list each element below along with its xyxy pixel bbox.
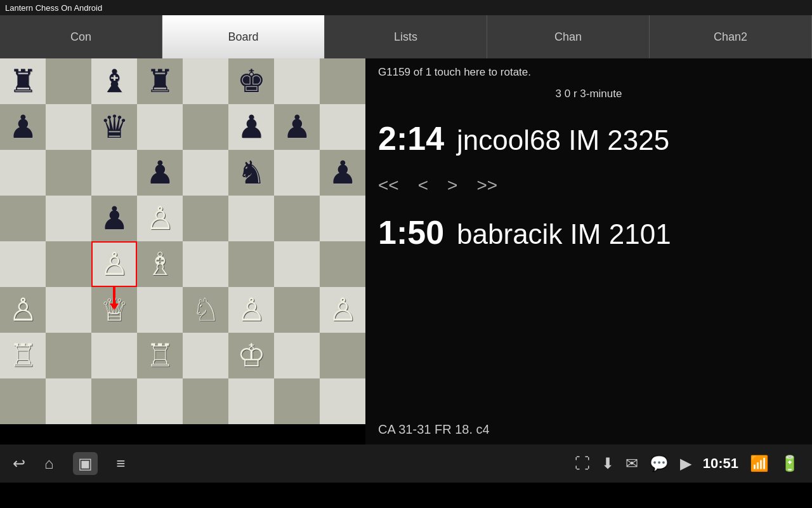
- chess-cell[interactable]: [228, 241, 274, 287]
- chess-cell[interactable]: ♜: [137, 58, 183, 104]
- chess-cell[interactable]: [320, 58, 365, 104]
- chess-cell[interactable]: ♟: [137, 150, 183, 196]
- chess-cell[interactable]: [137, 287, 183, 333]
- chess-cell[interactable]: [46, 58, 91, 104]
- chess-cell[interactable]: [183, 333, 228, 378]
- chess-cell[interactable]: [0, 241, 46, 287]
- bottom-left-icons: ↩ ⌂ ▣ ≡: [13, 452, 126, 475]
- chess-cell[interactable]: ♖: [0, 333, 46, 378]
- chess-cell[interactable]: ♙: [137, 196, 183, 241]
- chess-cell[interactable]: ♙: [91, 241, 137, 287]
- chess-cell[interactable]: [46, 196, 91, 241]
- player1-time: 2:14: [378, 119, 444, 157]
- nav-first[interactable]: <<: [378, 175, 399, 196]
- nav-row: << < > >>: [378, 170, 799, 201]
- chess-cell[interactable]: ♗: [137, 241, 183, 287]
- chess-cell[interactable]: ♚: [228, 58, 274, 104]
- tab-lists[interactable]: Lists: [325, 15, 487, 58]
- chess-piece: ♛: [100, 111, 129, 143]
- chess-cell[interactable]: [274, 150, 320, 196]
- bottom-bar: ↩ ⌂ ▣ ≡ ⛶ ⬇ ✉ 💬 ▶ 10:51 📶 🔋: [0, 444, 812, 483]
- chess-cell[interactable]: [274, 241, 320, 287]
- chess-piece: ♙: [9, 294, 37, 326]
- chess-cell[interactable]: [183, 58, 228, 104]
- chess-cell[interactable]: [183, 104, 228, 150]
- nav-prev[interactable]: <: [418, 175, 428, 196]
- chess-cell[interactable]: ♟: [91, 196, 137, 241]
- chess-cell[interactable]: [274, 333, 320, 378]
- chess-cell[interactable]: [228, 378, 274, 424]
- chess-cell[interactable]: [46, 150, 91, 196]
- player1-name: jncool68 IM 2325: [457, 124, 669, 156]
- chess-piece: ♟: [329, 157, 357, 189]
- chess-piece: ♖: [146, 340, 174, 371]
- chess-cell[interactable]: ♖: [137, 333, 183, 378]
- chess-cell[interactable]: ♙: [228, 287, 274, 333]
- chess-cell[interactable]: [0, 196, 46, 241]
- chess-cell[interactable]: [0, 150, 46, 196]
- tab-con[interactable]: Con: [0, 15, 162, 58]
- chess-cell[interactable]: [0, 378, 46, 424]
- menu-icon[interactable]: ≡: [117, 455, 126, 472]
- chess-cell[interactable]: [183, 196, 228, 241]
- chess-cell[interactable]: ♟: [0, 104, 46, 150]
- chess-cell[interactable]: [91, 150, 137, 196]
- chess-cell[interactable]: [320, 333, 365, 378]
- info-panel: G1159 of 1 touch here to rotate. 3 0 r 3…: [365, 58, 812, 444]
- chess-cell[interactable]: ♟: [228, 104, 274, 150]
- chess-cell[interactable]: [46, 104, 91, 150]
- chess-cell[interactable]: ♙: [320, 287, 365, 333]
- chess-cell[interactable]: ♞: [228, 150, 274, 196]
- chess-cell[interactable]: [183, 241, 228, 287]
- chess-cell[interactable]: [91, 378, 137, 424]
- chess-cell[interactable]: ♔: [228, 333, 274, 378]
- chess-cell[interactable]: ♝: [91, 58, 137, 104]
- chess-cell[interactable]: ♛: [91, 104, 137, 150]
- nav-next[interactable]: >: [447, 175, 457, 196]
- move-arrow: [113, 286, 115, 305]
- recents-icon[interactable]: ▣: [73, 452, 98, 475]
- nav-last[interactable]: >>: [476, 175, 497, 196]
- battery-icon: 🔋: [780, 455, 799, 472]
- chess-piece: ♜: [146, 65, 174, 97]
- chess-cell[interactable]: [183, 378, 228, 424]
- chess-cell[interactable]: [274, 58, 320, 104]
- tab-bar: Con Board Lists Chan Chan2: [0, 15, 812, 58]
- chess-cell[interactable]: [274, 196, 320, 241]
- chess-piece: ♟: [146, 157, 174, 189]
- chess-cell[interactable]: [137, 104, 183, 150]
- chess-cell[interactable]: [320, 104, 365, 150]
- chess-cell[interactable]: [320, 378, 365, 424]
- chess-cell[interactable]: [46, 378, 91, 424]
- chess-cell[interactable]: [91, 333, 137, 378]
- chess-cell[interactable]: [137, 378, 183, 424]
- chess-board[interactable]: ♜♝♜♚♟♛♟♟♟♞♟♟♙♙♗♙♕♘♙♙♖♖♔: [0, 58, 365, 424]
- tab-chan[interactable]: Chan: [487, 15, 650, 58]
- screenshot-icon: ⛶: [575, 455, 590, 472]
- chess-cell[interactable]: ♜: [0, 58, 46, 104]
- system-clock: 10:51: [703, 455, 738, 472]
- chess-cell[interactable]: [46, 333, 91, 378]
- chess-cell[interactable]: [46, 241, 91, 287]
- chess-cell[interactable]: [274, 378, 320, 424]
- tab-chan2[interactable]: Chan2: [650, 15, 812, 58]
- chess-cell[interactable]: [228, 196, 274, 241]
- chess-piece: ♟: [283, 111, 311, 143]
- board-container[interactable]: ♜♝♜♚♟♛♟♟♟♞♟♟♙♙♗♙♕♘♙♙♖♖♔: [0, 58, 365, 444]
- chess-cell[interactable]: ♟: [320, 150, 365, 196]
- chess-piece: ♟: [100, 203, 129, 234]
- home-icon[interactable]: ⌂: [44, 455, 54, 472]
- chess-piece: ♙: [100, 248, 129, 280]
- chess-cell[interactable]: ♟: [274, 104, 320, 150]
- chess-cell[interactable]: [320, 241, 365, 287]
- chess-cell[interactable]: [46, 287, 91, 333]
- chess-piece: ♞: [237, 157, 266, 189]
- chess-piece: ♟: [9, 111, 37, 143]
- chess-cell[interactable]: ♙: [0, 287, 46, 333]
- chess-cell[interactable]: ♘: [183, 287, 228, 333]
- chess-cell[interactable]: [320, 196, 365, 241]
- back-icon[interactable]: ↩: [13, 455, 25, 472]
- chess-cell[interactable]: [183, 150, 228, 196]
- chess-cell[interactable]: [274, 287, 320, 333]
- tab-board[interactable]: Board: [162, 15, 325, 58]
